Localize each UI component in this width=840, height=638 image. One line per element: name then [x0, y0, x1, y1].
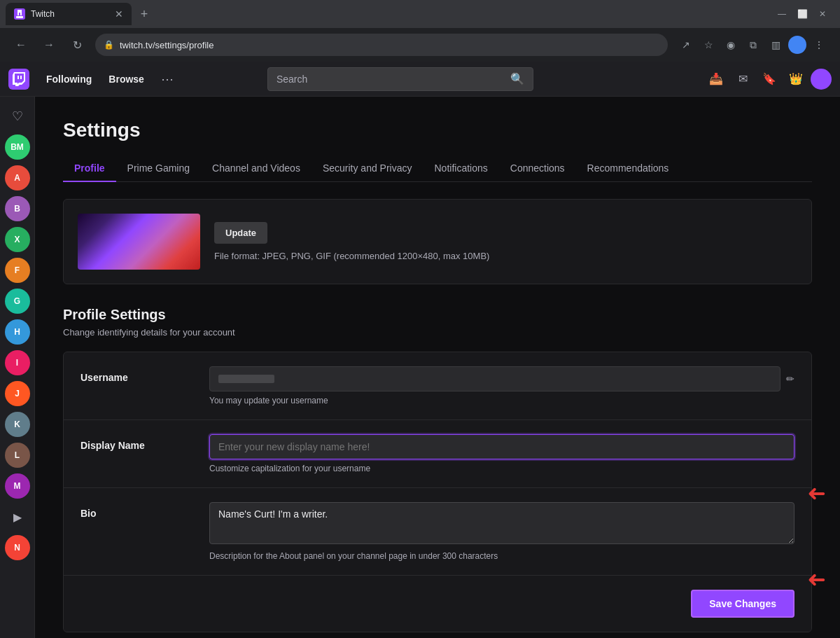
sidebar-item-5[interactable]: F [4, 256, 31, 284]
sidebar-item-11[interactable]: L [4, 441, 31, 469]
search-container: 🔍 [267, 67, 533, 91]
sidebar-avatar-9: J [5, 381, 30, 406]
sidebar-avatar-11: L [5, 443, 30, 468]
search-icon: 🔍 [510, 72, 524, 85]
sidebar-item-heart[interactable]: ♡ [4, 102, 31, 130]
display-name-label: Display Name [80, 434, 192, 451]
top-nav-right: 📥 ✉ 🔖 👑 [704, 67, 832, 91]
username-input-wrapper: ✏ [209, 366, 794, 391]
sidebar-item-6[interactable]: G [4, 287, 31, 315]
sidebar-avatar-13: N [5, 535, 30, 560]
edit-username-icon[interactable]: ✏ [786, 373, 794, 384]
following-nav-link[interactable]: Following [41, 69, 97, 89]
username-field: ✏ You may update your username [209, 366, 794, 405]
sidebar-item-4[interactable]: X [4, 226, 31, 254]
sidebar-item-video[interactable]: ▶ [4, 503, 31, 531]
back-button[interactable]: ← [11, 35, 31, 55]
tab-favicon [14, 8, 25, 20]
sidebar-avatar-12: M [5, 473, 30, 499]
tab-connections[interactable]: Connections [499, 155, 576, 182]
browser-tabs: Twitch ✕ + — ⬜ ✕ [0, 0, 840, 28]
sidebar-avatar-10: K [5, 412, 30, 437]
tab-close-button[interactable]: ✕ [115, 8, 123, 20]
new-tab-button[interactable]: + [134, 4, 154, 24]
display-name-row: Display Name Customize capitalization fo… [64, 420, 811, 488]
lock-icon: 🔒 [104, 40, 114, 50]
url-display: twitch.tv/settings/profile [120, 40, 659, 50]
bookmarks-icon[interactable]: 🔖 [757, 67, 781, 91]
sidebar-avatar-7: H [5, 319, 30, 345]
bio-label: Bio [80, 502, 192, 519]
browser-profile-avatar[interactable] [788, 36, 806, 54]
share-icon[interactable]: ↗ [676, 35, 696, 55]
address-bar[interactable]: 🔒 twitch.tv/settings/profile [95, 34, 668, 56]
update-banner-button[interactable]: Update [214, 222, 267, 244]
banner-hint-text: File format: JPEG, PNG, GIF (recommended… [214, 251, 797, 261]
search-box[interactable]: 🔍 [267, 67, 533, 91]
svg-rect-1 [20, 76, 22, 79]
more-nav-icon[interactable]: ⋯ [155, 67, 179, 91]
username-row: Username ✏ You may update your username [64, 352, 811, 420]
username-masked [218, 375, 274, 383]
arrow-display-name-indicator: ➜ [807, 481, 826, 508]
sidebar-item-8[interactable]: I [4, 349, 31, 377]
bio-row: Bio Name's Curt! I'm a writer. Descripti… [64, 488, 811, 576]
sidebar-item-1[interactable]: BM [4, 133, 31, 161]
sidebar-item-7[interactable]: H [4, 318, 31, 346]
tab-title: Twitch [31, 9, 109, 19]
sidebar-avatar-1: BM [5, 134, 30, 160]
tab-recommendations[interactable]: Recommendations [576, 155, 680, 182]
forward-button[interactable]: → [39, 35, 59, 55]
display-name-hint: Customize capitalization for your userna… [209, 464, 794, 473]
sidebar-avatar-4: X [5, 227, 30, 252]
active-browser-tab[interactable]: Twitch ✕ [6, 3, 132, 25]
arrow-save-indicator: ➜ [807, 567, 826, 594]
tab-prime-gaming[interactable]: Prime Gaming [116, 155, 201, 182]
bookmark-icon[interactable]: ☆ [699, 35, 718, 55]
sidebar-item-2[interactable]: A [4, 164, 31, 192]
twitch-logo[interactable] [8, 69, 29, 90]
inbox-icon[interactable]: 📥 [704, 67, 728, 91]
save-row: Save Changes [64, 576, 811, 632]
bio-input[interactable]: Name's Curt! I'm a writer. [209, 502, 794, 544]
display-name-field: Customize capitalization for your userna… [209, 434, 794, 473]
browse-nav-link[interactable]: Browse [103, 69, 150, 89]
search-input[interactable] [276, 74, 505, 85]
maximize-button[interactable]: ⬜ [797, 9, 808, 19]
username-display [209, 366, 780, 391]
video-icon: ▶ [13, 511, 22, 524]
content-area: Settings Profile Prime Gaming Channel an… [35, 97, 840, 638]
sidebar-item-9[interactable]: J [4, 380, 31, 408]
username-label: Username [80, 366, 192, 383]
user-avatar[interactable] [811, 69, 832, 90]
puzzle-icon[interactable]: ⧉ [743, 35, 763, 55]
tab-profile[interactable]: Profile [63, 155, 116, 182]
sidebar-item-12[interactable]: M [4, 472, 31, 500]
tab-security-and-privacy[interactable]: Security and Privacy [312, 155, 424, 182]
minimize-button[interactable]: — [778, 9, 786, 19]
sidebar-toggle-icon[interactable]: ▥ [766, 35, 785, 55]
save-changes-button[interactable]: Save Changes [691, 590, 794, 618]
sidebar-item-10[interactable]: K [4, 410, 31, 438]
browser-chrome: Twitch ✕ + — ⬜ ✕ ← → ↻ 🔒 twitch.tv/setti… [0, 0, 840, 62]
tab-channel-and-videos[interactable]: Channel and Videos [201, 155, 312, 182]
browser-action-icons: ↗ ☆ ◉ ⧉ ▥ ⋮ [676, 35, 829, 55]
tab-notifications[interactable]: Notifications [424, 155, 499, 182]
form-wrapper: Username ✏ You may update your username [63, 352, 812, 632]
refresh-button[interactable]: ↻ [67, 35, 87, 55]
sidebar-avatar-8: I [5, 350, 30, 375]
extension-icon[interactable]: ◉ [721, 35, 741, 55]
sidebar-avatar-2: A [5, 165, 30, 190]
sidebar-item-3[interactable]: B [4, 195, 31, 223]
browser-menu-icon[interactable]: ⋮ [809, 35, 829, 55]
profile-settings-title: Profile Settings [63, 307, 812, 323]
messages-icon[interactable]: ✉ [731, 67, 755, 91]
display-name-input[interactable] [209, 434, 794, 459]
settings-form: Username ✏ You may update your username [63, 352, 812, 632]
top-navigation: Following Browse ⋯ 🔍 📥 ✉ 🔖 👑 [0, 62, 840, 97]
window-controls: — ⬜ ✕ [778, 9, 834, 19]
close-window-button[interactable]: ✕ [819, 9, 826, 19]
svg-rect-2 [18, 76, 19, 79]
crown-icon[interactable]: 👑 [784, 67, 808, 91]
sidebar-item-13[interactable]: N [4, 534, 31, 562]
